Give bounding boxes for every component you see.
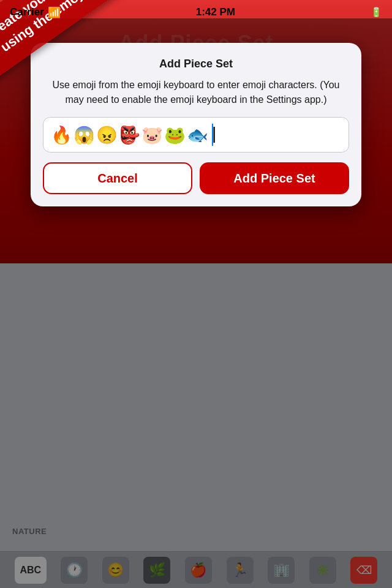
input-emoji-content: 🔥😱😠👺🐷🐸🐟 — [51, 125, 209, 145]
dialog-message: Use emoji from the emoji keyboard to ent… — [43, 78, 349, 107]
cancel-button[interactable]: Cancel — [43, 162, 192, 194]
wifi-icon: 📶 — [48, 6, 61, 19]
carrier-info: Carrier 📶 — [10, 6, 61, 19]
dialog-title: Add Piece Set — [43, 58, 349, 70]
emoji-input-field[interactable]: 🔥😱😠👺🐷🐸🐟 | — [43, 117, 349, 153]
add-piece-set-button[interactable]: Add Piece Set — [200, 162, 349, 194]
time-display: 1:42 PM — [196, 6, 235, 18]
battery-icon: 🔋 — [371, 7, 382, 18]
status-bar: Carrier 📶 1:42 PM 🔋 — [0, 0, 392, 24]
battery-area: 🔋 — [371, 7, 382, 18]
dialog-button-row: Cancel Add Piece Set — [43, 162, 349, 194]
cursor: | — [212, 124, 213, 146]
carrier-text: Carrier — [10, 6, 44, 18]
dialog-box: Add Piece Set Use emoji from the emoji k… — [31, 43, 361, 206]
dialog-overlay: Add Piece Set Use emoji from the emoji k… — [0, 18, 392, 588]
